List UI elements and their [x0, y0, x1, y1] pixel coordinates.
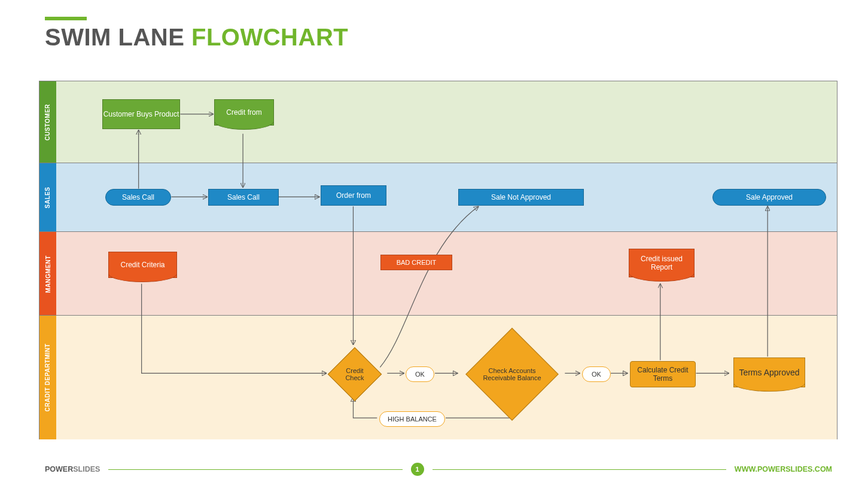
lane-label-management-text: MANGMENT	[45, 255, 51, 293]
node-credit-issued-report: Credit issued Report	[629, 249, 695, 277]
node-sale-approved: Sale Approved	[712, 189, 826, 206]
node-sale-not-approved: Sale Not Approved	[458, 189, 584, 206]
node-bad-credit-text: BAD CREDIT	[397, 259, 437, 266]
page-title: SWIM LANE FLOWCHART	[45, 24, 348, 51]
node-credit-criteria: Credit Criteria	[108, 252, 177, 278]
footer-brand-2: SLIDES	[73, 465, 100, 473]
lane-label-sales-text: SALES	[45, 187, 51, 209]
footer-brand: POWERSLIDES	[45, 465, 100, 473]
title-part2: FLOWCHART	[191, 24, 348, 50]
node-ok-2: OK	[582, 366, 611, 382]
node-high-balance-text: HIGH BALANCE	[388, 415, 437, 423]
swimlane-chart: CUSTOMER SALES MANGMENT CRADIT DEPARTMIN…	[39, 81, 837, 439]
lane-label-management: MANGMENT	[39, 232, 56, 316]
title-part1: SWIM LANE	[45, 24, 191, 50]
node-ok-2-text: OK	[592, 371, 601, 378]
node-order-from: Order from	[321, 185, 386, 206]
node-sales-call-2-text: Sales Call	[227, 193, 260, 201]
footer-brand-1: POWER	[45, 465, 73, 473]
footer-rule-right	[433, 469, 726, 470]
lane-label-customer: CUSTOMER	[39, 81, 56, 163]
footer-url: WWW.POWERSLIDES.COM	[735, 465, 832, 473]
node-credit-check-text: Credit Check	[336, 367, 373, 381]
node-check-accounts-text: Check Accounts Receivable Balance	[480, 367, 544, 381]
lane-label-credit-text: CRADIT DEPARTMINT	[45, 344, 51, 412]
node-bad-credit: BAD CREDIT	[380, 255, 452, 270]
node-high-balance: HIGH BALANCE	[379, 411, 445, 427]
slide: SWIM LANE FLOWCHART CUSTOMER SALES MANGM…	[0, 0, 868, 489]
node-ok-1-text: OK	[415, 371, 425, 378]
node-customer-buys-text: Customer Buys Product	[103, 110, 179, 118]
node-sales-call-1-text: Sales Call	[122, 193, 154, 201]
lane-body-credit	[56, 316, 837, 439]
node-ok-1: OK	[406, 366, 434, 382]
node-credit-from-text: Credit from	[226, 108, 261, 117]
node-terms-approved-text: Terms Approved	[739, 368, 799, 377]
footer-rule-left	[108, 469, 402, 470]
node-sale-approved-text: Sale Approved	[746, 193, 793, 201]
node-terms-approved: Terms Approved	[733, 357, 805, 387]
lane-label-credit: CRADIT DEPARTMINT	[39, 316, 56, 439]
node-sales-call-1: Sales Call	[105, 189, 171, 206]
node-calculate-credit-terms-text: Calculate Credit Terms	[631, 366, 695, 383]
lane-label-sales: SALES	[39, 163, 56, 232]
node-credit-from: Credit from	[214, 99, 274, 126]
footer: POWERSLIDES 1 WWW.POWERSLIDES.COM	[45, 463, 832, 476]
node-sales-call-2: Sales Call	[208, 189, 279, 206]
node-credit-issued-report-text: Credit issued Report	[629, 255, 694, 271]
node-credit-criteria-text: Credit Criteria	[120, 261, 165, 269]
accent-bar	[45, 17, 87, 20]
footer-page-number: 1	[411, 463, 424, 476]
node-sale-not-approved-text: Sale Not Approved	[491, 193, 551, 201]
lane-label-customer-text: CUSTOMER	[45, 103, 51, 140]
footer-page-number-text: 1	[416, 466, 419, 473]
node-customer-buys: Customer Buys Product	[102, 99, 180, 129]
node-calculate-credit-terms: Calculate Credit Terms	[630, 361, 696, 387]
node-order-from-text: Order from	[336, 191, 371, 200]
